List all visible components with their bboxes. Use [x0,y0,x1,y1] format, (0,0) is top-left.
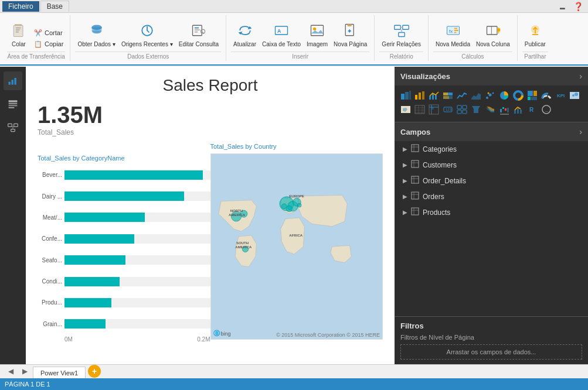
kpi-section: 1.35M Total_Sales [38,102,103,136]
svg-rect-18 [347,25,351,27]
bar-bg [64,298,210,307]
campo-label: Orders [423,193,444,201]
campo-table-icon [411,176,419,186]
svg-rect-126 [412,160,419,167]
viz-waterfall[interactable] [498,103,511,116]
bar-label: Produ... [38,299,62,306]
campos-list: ▶ Categories ▶ Customers ▶ [395,141,588,220]
report-view-icon[interactable] [4,71,22,90]
svg-rect-78 [443,96,449,99]
bar-row: Confe... [38,234,210,244]
viz-stacked-bar[interactable] [399,89,412,102]
svg-rect-74 [435,95,437,100]
svg-point-94 [575,93,578,96]
origens-recentes-button[interactable]: Origens Recentes ▾ [119,20,175,49]
bing-text: bing [221,331,231,337]
viz-line-bar[interactable] [427,89,440,102]
campo-expand-arrow: ▶ [403,146,407,152]
campo-item-products[interactable]: ▶ Products [395,204,588,220]
viz-treemap[interactable] [526,89,539,102]
gerir-relacoes-label: Gerir Relações [382,41,421,48]
viz-funnel[interactable] [470,103,482,116]
colar-button[interactable]: Colar [7,20,30,49]
viz-line-chart[interactable] [456,89,468,102]
scroll-right-button[interactable]: ▶ [19,365,30,377]
gerir-relacoes-button[interactable]: Gerir Relações [379,20,423,49]
data-view-icon[interactable] [4,95,22,114]
viz-100pct-bar[interactable] [441,89,454,102]
editar-consulta-button[interactable]: Editar Consulta [176,20,221,49]
bar-label: Grain... [38,321,62,327]
scroll-left-button[interactable]: ◀ [5,365,16,377]
bar-label: Confe... [38,235,62,242]
svg-rect-38 [9,82,11,85]
filtros-drop-zone[interactable]: Arrastar os campos de dados... [400,344,582,360]
ribbon-group-calculos: fx Nova Medida [429,15,518,61]
calculos-group-label: Cálculos [433,52,512,60]
viz-donut[interactable] [512,89,525,102]
filtros-panel: Filtros Filtros de Nível de Página Arras… [395,316,588,364]
obter-dados-button[interactable]: Obter Dados ▾ [75,20,117,49]
minimize-button[interactable]: 🗕 [556,2,569,11]
visualizacoes-arrow[interactable]: › [579,71,582,81]
campo-expand-arrow: ▶ [403,209,407,215]
svg-text:...: ... [545,108,549,113]
viz-map-bubble[interactable] [568,89,581,102]
publicar-button[interactable]: Publicar [522,20,548,49]
viz-custom[interactable]: ... [540,103,553,116]
campo-item-customers[interactable]: ▶ Customers [395,157,588,173]
nova-coluna-button[interactable]: Nova Coluna [474,20,512,49]
power-view1-tab[interactable]: Power View1 [33,367,86,379]
model-view-icon[interactable] [4,118,22,137]
viz-matrix[interactable] [427,103,440,116]
campos-arrow[interactable]: › [579,127,582,136]
viz-scatter[interactable] [484,89,497,102]
bar-label: Seafo... [38,257,62,264]
cortar-button[interactable]: ✂️ Cortar [32,28,65,38]
viz-table[interactable] [413,103,426,116]
help-button[interactable]: ❓ [571,2,586,11]
nova-medida-button[interactable]: fx Nova Medida [433,20,473,49]
caixa-texto-button[interactable]: A Caixa de Texto [260,20,303,49]
svg-text:AMERICA: AMERICA [229,213,246,217]
main-canvas: Sales Report 1.35M Total_Sales Total_Sal… [26,67,395,364]
ribbon-group-partilhar: Publicar Partilhar [518,15,553,61]
viz-r-visual[interactable]: R [526,103,539,116]
campo-item-categories[interactable]: ▶ Categories [395,141,588,157]
svg-rect-129 [412,176,419,183]
title-bar: Ficheiro Base 🗕 ❓ [0,0,588,13]
svg-point-56 [286,206,292,211]
filtros-title: Filtros [400,321,582,330]
viz-area-chart[interactable] [470,89,482,102]
copiar-button[interactable]: 📋 Copiar [32,39,65,49]
imagem-button[interactable]: Imagem [304,20,330,49]
origens-recentes-label: Origens Recentes ▾ [121,41,173,48]
viz-card[interactable]: 123 [441,103,454,116]
svg-text:R: R [529,107,534,113]
map-footer: © 2015 Microsoft Corporation © 2015 HERE [276,332,380,338]
add-sheet-button[interactable]: + [88,365,101,378]
svg-rect-89 [531,97,537,100]
viz-pie[interactable] [498,89,511,102]
map-title: Total_Sales by Country [210,143,383,150]
visualizacoes-panel: Visualizações › KPI 123 [395,67,588,122]
tab-ficheiro[interactable]: Ficheiro [2,1,39,12]
viz-ribbon[interactable] [484,103,497,116]
viz-col-chart[interactable] [413,89,426,102]
viz-combo[interactable] [512,103,525,116]
campo-item-orders[interactable]: ▶ Orders [395,189,588,204]
campo-table-icon [411,207,419,217]
viz-multi-row-card[interactable] [456,103,468,116]
svg-rect-43 [9,105,18,107]
nova-pagina-button[interactable]: Nova Página [331,20,369,49]
atualizar-button[interactable]: Atualizar [231,20,259,49]
tab-base[interactable]: Base [40,1,69,12]
viz-icons-container: KPI 123 R ... [395,85,588,119]
bar-chart-section: Total_Sales by CategoryName Bever...Dair… [38,155,210,341]
viz-gauge[interactable] [540,89,553,102]
svg-rect-9 [195,29,200,30]
viz-map-fill[interactable] [399,103,412,116]
campo-item-order_details[interactable]: ▶ Order_Details [395,173,588,189]
viz-kpi[interactable]: KPI [554,89,567,102]
svg-rect-40 [15,78,16,85]
